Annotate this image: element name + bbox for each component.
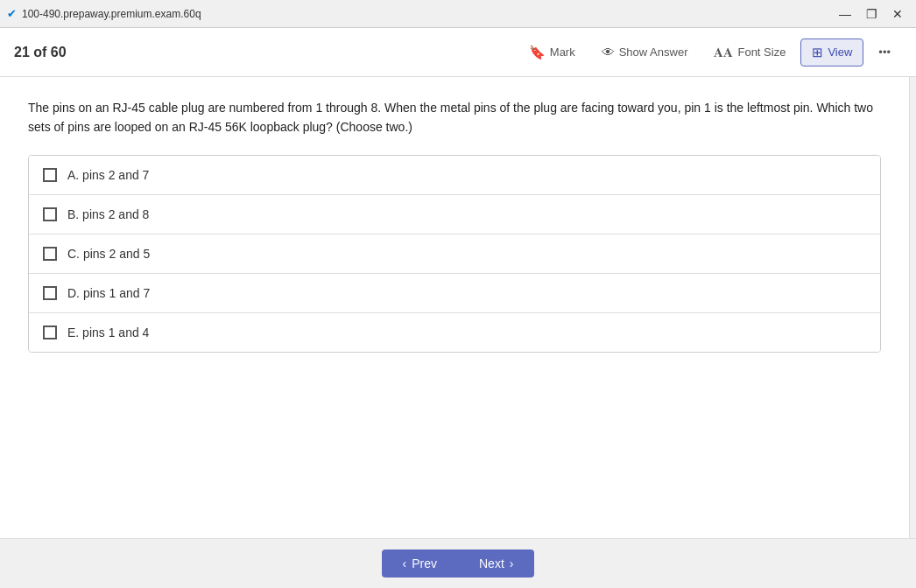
font-size-button[interactable]: 𝐀𝐀 Font Size	[702, 38, 797, 66]
toolbar: 21 of 60 🔖 Mark 👁 Show Answer 𝐀𝐀 Font Si…	[0, 28, 916, 77]
maximize-button[interactable]: ❐	[860, 3, 883, 25]
option-row-e[interactable]: E. pins 1 and 4	[29, 313, 880, 352]
checkbox-d[interactable]	[43, 286, 57, 300]
option-label-b: B. pins 2 and 8	[67, 207, 149, 221]
option-label-d: D. pins 1 and 7	[67, 286, 150, 300]
minimize-button[interactable]: —	[834, 3, 856, 25]
next-button[interactable]: Next ›	[458, 550, 534, 578]
mark-label: Mark	[550, 46, 575, 59]
checkbox-a[interactable]	[43, 168, 57, 182]
bottom-nav: ‹ Prev Next ›	[0, 538, 916, 588]
title-bar-left: ✔ 100-490.prepaway.premium.exam.60q	[7, 7, 201, 20]
option-row-d[interactable]: D. pins 1 and 7	[29, 274, 880, 313]
more-label: •••	[878, 46, 891, 59]
view-button[interactable]: ⊞ View	[800, 38, 863, 66]
content: The pins on an RJ-45 cable plug are numb…	[0, 77, 909, 538]
eye-icon: 👁	[602, 45, 615, 60]
checkbox-c[interactable]	[43, 247, 57, 261]
question-counter: 21 of 60	[14, 45, 67, 60]
prev-label: Prev	[412, 556, 437, 570]
title-bar-controls: — ❐ ✕	[834, 3, 909, 25]
option-row-b[interactable]: B. pins 2 and 8	[29, 195, 880, 234]
right-scrollbar[interactable]	[909, 77, 916, 538]
checkbox-b[interactable]	[43, 207, 57, 221]
bookmark-icon: 🔖	[529, 45, 546, 60]
next-chevron-icon: ›	[510, 556, 514, 570]
show-answer-button[interactable]: 👁 Show Answer	[590, 38, 700, 66]
next-label: Next	[479, 556, 504, 570]
option-label-e: E. pins 1 and 4	[67, 326, 149, 340]
window-title: 100-490.prepaway.premium.exam.60q	[22, 8, 201, 20]
close-button[interactable]: ✕	[886, 3, 909, 25]
checkbox-e[interactable]	[43, 326, 57, 340]
mark-button[interactable]: 🔖 Mark	[518, 38, 587, 66]
view-label: View	[828, 46, 852, 59]
more-button[interactable]: •••	[867, 39, 902, 65]
checkmark-icon: ✔	[7, 7, 17, 20]
option-label-c: C. pins 2 and 5	[67, 247, 150, 261]
font-icon: 𝐀𝐀	[714, 45, 733, 60]
show-answer-label: Show Answer	[619, 46, 688, 59]
font-size-label: Font Size	[737, 46, 786, 59]
option-row-a[interactable]: A. pins 2 and 7	[29, 156, 880, 195]
question-text: The pins on an RJ-45 cable plug are numb…	[28, 98, 881, 137]
option-row-c[interactable]: C. pins 2 and 5	[29, 234, 880, 274]
prev-button[interactable]: ‹ Prev	[382, 550, 458, 578]
option-label-a: A. pins 2 and 7	[67, 168, 149, 182]
title-bar: ✔ 100-490.prepaway.premium.exam.60q — ❐ …	[0, 0, 916, 28]
view-icon: ⊞	[812, 45, 823, 60]
prev-chevron-icon: ‹	[403, 556, 407, 570]
main-area: The pins on an RJ-45 cable plug are numb…	[0, 77, 916, 538]
toolbar-right: 🔖 Mark 👁 Show Answer 𝐀𝐀 Font Size ⊞ View…	[518, 38, 902, 66]
options-container: A. pins 2 and 7B. pins 2 and 8C. pins 2 …	[28, 155, 881, 353]
